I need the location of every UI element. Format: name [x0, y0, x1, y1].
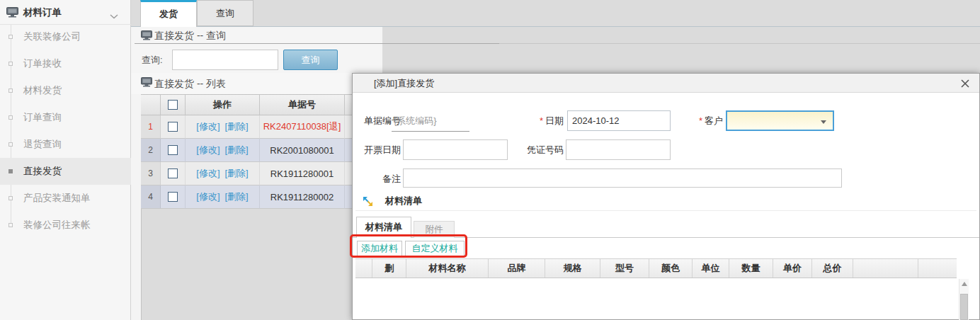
sidebar-item-material-ship[interactable]: 材料发货 [0, 77, 131, 104]
tree-node-icon [8, 88, 13, 93]
list-left-margin [131, 94, 141, 320]
customer-combobox[interactable] [726, 110, 834, 131]
header-select-all [161, 95, 186, 115]
required-mark: * [699, 110, 702, 132]
sidebar-item-related-company[interactable]: 关联装修公司 [0, 23, 131, 50]
grid-header-material-name: 材料名称 [406, 259, 489, 278]
invoice-date-input[interactable] [403, 139, 508, 160]
sidebar-item-direct-ship[interactable]: 直接发货 [0, 158, 131, 185]
dialog-header[interactable]: [添加]直接发货 [353, 74, 979, 93]
material-grid-header: 删 材料名称 品牌 规格 型号 颜色 单位 数量 单价 总价 [355, 258, 957, 278]
custom-material-button[interactable]: 自定义材料 [405, 241, 465, 256]
doc-no-underline [392, 131, 469, 132]
row-checkbox[interactable] [168, 122, 178, 132]
search-label: 查询: [142, 50, 163, 70]
edit-link[interactable]: [修改] [196, 144, 220, 156]
sidebar-item-return-query[interactable]: 退货查询 [0, 131, 131, 158]
row-checkbox[interactable] [168, 168, 178, 178]
grid-header-delete: 删 [372, 259, 406, 278]
sidebar-item-order-query[interactable]: 订单查询 [0, 104, 131, 131]
sidebar-item-install-notice[interactable]: 产品安装通知单 [0, 185, 131, 212]
monitor-icon [141, 77, 152, 89]
sidebar-menu: 关联装修公司 订单接收 材料发货 订单查询 退货查询 直接发货 产品安装通知单 … [0, 23, 131, 239]
header-row-number [141, 95, 161, 115]
search-button[interactable]: 查询 [283, 50, 338, 70]
scrollbar-thumb[interactable] [960, 294, 968, 320]
remark-label: 备注 [382, 168, 401, 190]
doc-number: RK1911280002 [260, 185, 345, 209]
grid-header-total-price: 总价 [812, 259, 853, 278]
tab-query[interactable]: 查询 [197, 0, 253, 26]
delete-link[interactable]: [删除] [225, 120, 249, 133]
required-mark: * [540, 110, 543, 132]
tab-attachments[interactable]: 附件 [414, 221, 455, 238]
dialog-title: [添加]直接发货 [374, 74, 434, 93]
delete-link[interactable]: [删除] [225, 190, 249, 203]
date-input[interactable] [567, 110, 671, 131]
dropdown-arrow-icon [821, 120, 826, 124]
tab-shipping[interactable]: 发货 [140, 0, 197, 27]
edit-link[interactable]: [修改] [196, 120, 220, 133]
grid-header-spec: 规格 [545, 259, 600, 278]
sidebar-item-company-account[interactable]: 装修公司往来帐 [0, 212, 131, 239]
close-icon[interactable] [959, 77, 972, 90]
row-number: 2 [141, 139, 161, 162]
breadcrumb: 直接发货 -- 查询 [154, 27, 226, 44]
tree-node-icon [8, 115, 13, 120]
header-doc-number: 单据号 [260, 95, 345, 115]
scroll-up-icon[interactable] [962, 282, 967, 286]
chevron-down-icon [110, 11, 118, 21]
doc-number: RK1911280001 [260, 162, 345, 185]
sidebar-group-label: 材料订单 [23, 0, 62, 25]
tree-node-icon [8, 35, 13, 39]
remark-input[interactable] [403, 168, 842, 188]
grid-header-filler [918, 259, 957, 278]
customer-label: 客户 [705, 110, 723, 132]
monitor-icon [141, 30, 152, 42]
tree-node-icon [8, 142, 13, 147]
edit-link[interactable]: [修改] [196, 167, 220, 180]
row-number: 1 [141, 115, 161, 139]
delete-link[interactable]: [删除] [225, 144, 249, 156]
grid-header-unit: 单位 [693, 259, 729, 278]
row-checkbox[interactable] [168, 145, 178, 155]
add-material-button[interactable]: 添加材料 [357, 241, 402, 256]
sidebar-item-order-receive[interactable]: 订单接收 [0, 50, 131, 77]
grid-header-unit-price: 单价 [773, 259, 812, 278]
material-list-section-title: 材料清单 [385, 195, 422, 207]
delete-link[interactable]: [删除] [225, 167, 249, 180]
sidebar-group-material-orders[interactable]: 材料订单 [0, 0, 131, 25]
date-label: 日期 [545, 110, 564, 132]
search-input[interactable] [172, 50, 278, 70]
voucher-no-input[interactable] [566, 139, 671, 160]
voucher-no-label: 凭证号码 [527, 139, 564, 161]
doc-no-placeholder: {系统编码} [394, 110, 437, 132]
tree-node-icon [8, 169, 13, 173]
grid-header-blank [853, 259, 918, 278]
grid-scrollbar[interactable] [959, 279, 969, 320]
list-title: 直接发货 -- 列表 [154, 73, 226, 94]
grid-header-blank [355, 259, 372, 278]
top-tab-strip: 发货 查询 [131, 0, 980, 27]
grid-header-quantity: 数量 [729, 259, 773, 278]
invoice-date-label: 开票日期 [364, 139, 401, 161]
tree-node-icon [8, 196, 13, 200]
grid-header-model: 型号 [600, 259, 649, 278]
sidebar: 材料订单 关联装修公司 订单接收 材料发货 订单查询 退货查询 直接发货 产品安… [0, 0, 131, 320]
add-direct-ship-dialog: [添加]直接发货 单据编号 {系统编码} * 日期 * 客户 开票日期 凭证号码… [352, 73, 980, 320]
expand-arrows-icon[interactable] [363, 196, 373, 209]
tab-material-list[interactable]: 材料清单 [356, 217, 411, 238]
breadcrumb-divider-extension [499, 43, 980, 44]
edit-link[interactable]: [修改] [196, 190, 220, 203]
row-number: 3 [141, 162, 161, 185]
row-number: 4 [141, 185, 161, 209]
row-checkbox[interactable] [168, 192, 178, 202]
select-all-checkbox[interactable] [168, 100, 178, 110]
app-window: 材料订单 关联装修公司 订单接收 材料发货 订单查询 退货查询 直接发货 产品安… [0, 0, 980, 320]
monitor-icon [6, 7, 18, 20]
doc-number: RK2001080001 [260, 139, 345, 162]
section-divider [355, 210, 976, 211]
header-operations: 操作 [186, 95, 260, 115]
tree-node-icon [8, 223, 13, 227]
grid-header-color: 颜色 [649, 259, 693, 278]
